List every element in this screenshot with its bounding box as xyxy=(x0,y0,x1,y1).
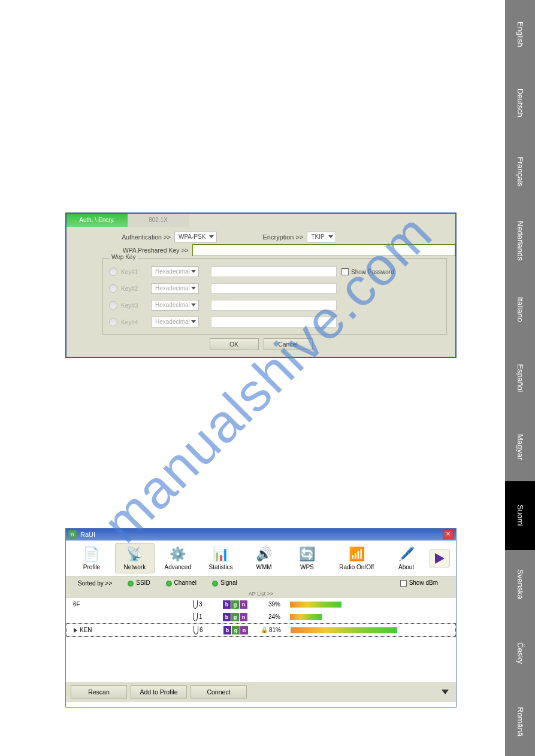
wep-key1-radio[interactable] xyxy=(109,268,117,276)
tb-radio-onoff[interactable]: 📶 Radio On/Off xyxy=(330,544,383,573)
tab-auth-encry[interactable]: Auth. \ Encry. xyxy=(67,214,128,227)
tab-8021x[interactable]: 802.1X xyxy=(128,214,189,227)
show-password-toggle[interactable]: Show Password xyxy=(341,268,394,275)
antenna-icon xyxy=(193,600,198,609)
expand-button[interactable] xyxy=(430,549,450,567)
preshared-key-label: WPA Preshared Key >> xyxy=(102,247,192,254)
tb-wmm[interactable]: 🔊 WMM xyxy=(244,544,284,573)
signal-pct: 24% xyxy=(268,614,290,620)
n-badge: n xyxy=(240,626,248,634)
authentication-dropdown[interactable]: WPA-PSK xyxy=(174,232,217,242)
wep-key2-mode-dropdown[interactable]: Hexadecimal xyxy=(151,283,199,294)
wep-key3-radio[interactable] xyxy=(109,301,117,309)
network-icon: 📡 xyxy=(126,546,144,563)
encryption-label: Encryption >> xyxy=(253,233,307,241)
wep-key4-input[interactable] xyxy=(211,317,337,327)
radio-dot-icon xyxy=(128,581,134,587)
chevron-down-icon xyxy=(191,287,196,290)
titlebar: R RaUI × xyxy=(66,529,456,541)
radio-icon: 📶 xyxy=(347,546,365,563)
tb-network[interactable]: 📡 Network xyxy=(115,543,155,573)
tb-advanced[interactable]: ⚙️ Advanced xyxy=(158,544,198,573)
lang-tab-romana[interactable]: Română xyxy=(505,687,535,756)
expand-down-icon[interactable] xyxy=(442,690,449,694)
rescan-button[interactable]: Rescan xyxy=(71,685,127,699)
cancel-button[interactable]: Cancel xyxy=(264,338,313,350)
radio-dot-icon xyxy=(166,581,172,587)
close-icon[interactable]: × xyxy=(443,530,454,539)
checkbox-icon xyxy=(400,580,407,587)
wep-key-row-3: Key#3 Hexadecimal xyxy=(109,297,440,314)
about-icon: 🖊️ xyxy=(397,546,415,563)
wep-key-group: Wep Key Key#1 Hexadecimal Show Password … xyxy=(102,258,447,335)
show-dbm-toggle[interactable]: Show dBm xyxy=(400,579,438,587)
app-icon: R xyxy=(68,530,77,539)
signal-pct: 39% xyxy=(268,601,290,608)
sort-channel[interactable]: Channel xyxy=(166,579,197,586)
wep-key2-input[interactable] xyxy=(211,283,337,294)
g-badge: g xyxy=(231,600,239,609)
signal-bar xyxy=(291,627,422,633)
language-sidebar: English Deutsch Français Nederlands Ital… xyxy=(505,0,535,756)
raui-window: R RaUI × 📄 Profile 📡 Network ⚙️ Advanced… xyxy=(65,528,457,708)
lang-tab-francais[interactable]: Français xyxy=(505,138,535,207)
sort-ssid[interactable]: SSID xyxy=(128,579,150,586)
statistics-icon: 📊 xyxy=(212,546,230,563)
b-badge: b xyxy=(223,613,231,621)
wep-key4-radio[interactable] xyxy=(109,318,117,326)
ap-row[interactable]: 6F 3 bgn 39% xyxy=(66,598,456,611)
wep-key3-mode-dropdown[interactable]: Hexadecimal xyxy=(151,300,199,311)
lang-tab-espanol[interactable]: Español xyxy=(505,344,535,412)
lang-tab-cesky[interactable]: Česky xyxy=(505,618,535,687)
radio-dot-icon xyxy=(212,581,218,587)
footer-buttons: Rescan Add to Profile Connect xyxy=(66,682,456,702)
wep-key-row-1: Key#1 Hexadecimal Show Password xyxy=(109,263,440,280)
wep-key3-label: Key#3 xyxy=(121,302,151,309)
n-badge: n xyxy=(240,600,247,609)
wps-icon: 🔄 xyxy=(298,546,316,563)
wep-key2-radio[interactable] xyxy=(109,284,117,293)
wep-key-row-2: Key#2 Hexadecimal xyxy=(109,280,440,297)
lang-tab-magyar[interactable]: Magyar xyxy=(505,412,535,481)
chevron-down-icon xyxy=(328,235,333,238)
tb-profile[interactable]: 📄 Profile xyxy=(72,544,111,573)
lock-icon: 🔒 xyxy=(261,627,269,633)
lang-tab-italiano[interactable]: Italiano xyxy=(505,275,535,344)
ok-button[interactable]: OK xyxy=(210,338,259,350)
ap-row-selected[interactable]: KEN 6 bgn 🔒 81% xyxy=(66,623,456,637)
wep-key2-label: Key#2 xyxy=(121,286,151,292)
lang-tab-nederlands[interactable]: Nederlands xyxy=(505,206,535,275)
antenna-icon xyxy=(194,626,198,634)
wep-key4-mode-dropdown[interactable]: Hexadecimal xyxy=(151,317,199,327)
tb-statistics[interactable]: 📊 Statistics xyxy=(201,544,241,573)
auth-row: Authentication >> WPA-PSK Encryption >> … xyxy=(67,227,455,242)
add-to-profile-button[interactable]: Add to Profile xyxy=(131,685,187,699)
aplist-header: AP List >> xyxy=(66,590,456,598)
wep-key1-mode-dropdown[interactable]: Hexadecimal xyxy=(151,266,199,277)
tb-wps[interactable]: 🔄 WPS xyxy=(287,544,327,573)
ap-row[interactable]: 1 bgn 24% xyxy=(66,611,456,623)
connect-button[interactable]: Connect xyxy=(191,685,247,699)
authentication-label: Authentication >> xyxy=(102,233,174,241)
lang-tab-suomi[interactable]: Suomi xyxy=(505,481,535,550)
wep-key3-input[interactable] xyxy=(211,300,337,311)
wep-key-row-4: Key#4 Hexadecimal xyxy=(109,314,440,330)
signal-bar xyxy=(290,602,422,608)
wep-key1-input[interactable] xyxy=(211,266,337,277)
sort-signal[interactable]: Signal xyxy=(212,579,237,586)
sorted-by-label: Sorted by >> xyxy=(78,580,112,587)
wep-legend: Wep Key xyxy=(109,254,138,260)
sort-row: Sorted by >> SSID Channel Signal Show dB… xyxy=(66,576,456,590)
tb-about[interactable]: 🖊️ About xyxy=(386,544,426,573)
b-badge: b xyxy=(223,600,231,609)
wep-key1-label: Key#1 xyxy=(121,269,151,275)
wmm-icon: 🔊 xyxy=(255,546,273,563)
ap-ssid: 6F xyxy=(73,601,80,608)
g-badge: g xyxy=(231,613,239,621)
preshared-key-input[interactable] xyxy=(192,244,455,256)
lang-tab-english[interactable]: English xyxy=(505,0,535,69)
chevron-down-icon xyxy=(209,235,214,238)
lang-tab-deutsch[interactable]: Deutsch xyxy=(505,69,535,138)
encryption-dropdown[interactable]: TKIP xyxy=(307,232,335,242)
lang-tab-svenska[interactable]: Svenska xyxy=(505,550,535,619)
